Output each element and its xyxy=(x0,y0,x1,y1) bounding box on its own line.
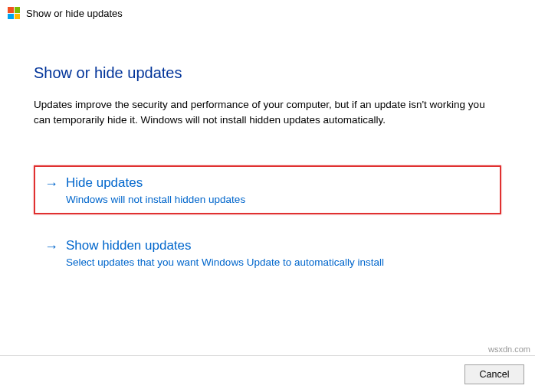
option-text: Hide updates Windows will not install hi… xyxy=(66,175,245,205)
option-subtitle: Select updates that you want Windows Upd… xyxy=(66,256,384,268)
arrow-right-icon: → xyxy=(44,176,58,193)
option-text: Show hidden updates Select updates that … xyxy=(66,237,384,268)
option-title: Show hidden updates xyxy=(66,237,384,254)
titlebar: Show or hide updates xyxy=(0,0,535,26)
page-heading: Show or hide updates xyxy=(34,64,501,82)
option-title: Hide updates xyxy=(66,175,245,191)
option-subtitle: Windows will not install hidden updates xyxy=(66,194,245,205)
windows-logo-icon xyxy=(8,7,20,19)
content-area: Show or hide updates Updates improve the… xyxy=(0,26,535,277)
option-show-hidden-updates[interactable]: → Show hidden updates Select updates tha… xyxy=(34,228,501,277)
window-title: Show or hide updates xyxy=(26,8,123,19)
arrow-right-icon: → xyxy=(44,239,58,256)
page-description: Updates improve the security and perform… xyxy=(34,97,501,127)
footer-bar: Cancel xyxy=(0,355,535,392)
option-hide-updates[interactable]: → Hide updates Windows will not install … xyxy=(34,165,501,214)
cancel-button[interactable]: Cancel xyxy=(464,364,524,384)
watermark: wsxdn.com xyxy=(488,345,530,354)
